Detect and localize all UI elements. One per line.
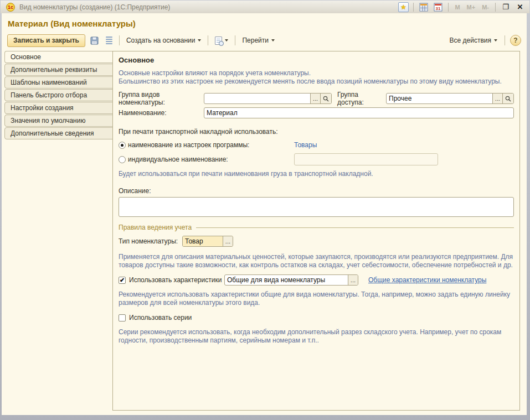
svg-text:31: 31 xyxy=(436,6,441,11)
radio-individual-name-label: индивидуальное наименование: xyxy=(128,155,294,163)
go-to-label: Перейти xyxy=(242,37,269,44)
group-input[interactable] xyxy=(204,94,310,103)
divider xyxy=(448,3,449,12)
sidebar-tabs: Основное Дополнительные реквизиты Шаблон… xyxy=(4,51,113,140)
characteristics-input-group: ... xyxy=(224,274,358,286)
list-button[interactable] xyxy=(104,35,115,46)
common-characteristics-link[interactable]: Общие характеристики номенклатуры xyxy=(368,276,486,284)
save-and-close-button[interactable]: Записать и закрыть xyxy=(7,34,85,47)
access-group-label: Группа доступа: xyxy=(337,91,386,106)
tab-additional-info[interactable]: Дополнительные сведения xyxy=(4,127,113,139)
description-label: Описание: xyxy=(119,187,514,195)
access-search-button[interactable] xyxy=(502,94,513,103)
name-row: Наименование: xyxy=(119,107,514,119)
group-search-button[interactable] xyxy=(320,94,331,103)
create-based-on-menu[interactable]: Создать на основании xyxy=(124,35,204,46)
radio-program-name[interactable] xyxy=(119,142,126,149)
use-characteristics-checkbox[interactable]: ✔ xyxy=(119,277,126,284)
series-note: Серии рекомендуется использовать, когда … xyxy=(119,328,514,345)
app-logo-icon: 1с xyxy=(6,3,15,12)
characteristics-ellipsis-button[interactable]: ... xyxy=(348,275,358,285)
divider xyxy=(413,3,414,12)
tab-main[interactable]: Основное xyxy=(4,51,113,63)
title-bar: 1с Вид номенклатуры (создание) (1С:Предп… xyxy=(1,1,529,13)
document-clock-icon xyxy=(215,37,222,45)
memory-button[interactable]: М xyxy=(452,4,462,11)
tab-name-templates[interactable]: Шаблоны наименований xyxy=(4,76,113,89)
type-row: Тип номенклатуры: ... xyxy=(119,235,514,247)
accounting-section: Правила ведения учета xyxy=(119,223,514,232)
divider xyxy=(495,3,496,12)
document-history-menu[interactable] xyxy=(213,35,230,46)
radio-individual-name[interactable] xyxy=(119,156,126,163)
use-characteristics-label: Использовать характеристики xyxy=(129,276,224,284)
save-button[interactable] xyxy=(88,35,101,46)
all-actions-label: Все действия xyxy=(450,37,491,44)
page-title: Материал (Вид номенклатуры) xyxy=(8,19,136,28)
memory-minus-button[interactable]: М- xyxy=(480,4,491,11)
floppy-icon xyxy=(90,37,99,45)
chevron-down-icon xyxy=(494,39,497,42)
go-to-menu[interactable]: Перейти xyxy=(240,35,277,46)
group-ellipsis-button[interactable]: ... xyxy=(310,94,320,103)
type-input[interactable] xyxy=(183,236,223,246)
calculator-icon xyxy=(419,3,428,12)
favorites-button[interactable]: ★ xyxy=(397,2,409,12)
name-input-group xyxy=(204,107,514,118)
intro-text: Основные настройки влияют на порядок уче… xyxy=(119,69,514,86)
individual-name-input[interactable] xyxy=(294,153,438,165)
transport-caption: При печати транспортной накладной исполь… xyxy=(119,128,514,136)
transport-note: Будет использоваться при печати наименов… xyxy=(119,170,514,178)
description-wrap xyxy=(119,197,514,219)
calculator-button[interactable] xyxy=(418,2,430,12)
group-label: Группа видов номенклатуры: xyxy=(119,91,204,106)
toolbar-right: Все действия ? xyxy=(447,35,521,46)
tab-creation-settings[interactable]: Настройки создания xyxy=(4,102,113,114)
tab-quick-filter-panel[interactable]: Панель быстрого отбора xyxy=(4,89,113,101)
main-panel: Основное Основные настройки влияют на по… xyxy=(112,51,520,411)
goods-link[interactable]: Товары xyxy=(294,141,317,149)
tab-additional-attributes[interactable]: Дополнительные реквизиты xyxy=(4,64,113,76)
chevron-down-icon xyxy=(271,39,275,42)
type-ellipsis-button[interactable]: ... xyxy=(223,236,233,246)
close-button[interactable]: ✕ xyxy=(514,2,526,12)
toolbar: Записать и закрыть Создать на основани xyxy=(7,33,521,48)
accounting-section-title: Правила ведения учета xyxy=(119,224,192,231)
section-header-main: Основное xyxy=(119,56,514,64)
magnifier-icon xyxy=(323,96,329,102)
radio-row-program-name: наименование из настроек программы: Това… xyxy=(119,140,514,150)
section-rule xyxy=(196,227,514,228)
memory-plus-button[interactable]: М+ xyxy=(465,4,478,11)
toolbar-left: Записать и закрыть Создать на основани xyxy=(7,34,277,47)
group-row: Группа видов номенклатуры: ... Группа до… xyxy=(119,92,514,105)
maximize-button[interactable]: ❐ xyxy=(500,2,512,12)
name-input[interactable] xyxy=(204,108,513,118)
calendar-button[interactable]: 31 xyxy=(432,2,444,12)
star-icon: ★ xyxy=(398,2,409,12)
use-series-checkbox[interactable] xyxy=(119,314,126,322)
help-button[interactable]: ? xyxy=(510,35,521,46)
characteristics-note: Рекомендуется использовать характеристик… xyxy=(119,291,514,307)
create-based-on-label: Создать на основании xyxy=(126,37,195,44)
type-input-group: ... xyxy=(182,236,233,247)
chevron-down-icon xyxy=(225,39,228,42)
list-icon xyxy=(106,37,112,45)
access-ellipsis-button[interactable]: ... xyxy=(492,94,502,103)
magnifier-icon xyxy=(505,96,511,102)
divider xyxy=(208,35,208,45)
characteristics-input[interactable] xyxy=(225,275,348,285)
radio-program-name-label: наименование из настроек программы: xyxy=(128,141,294,149)
app-window: 1с Вид номенклатуры (создание) (1С:Предп… xyxy=(0,0,530,420)
intro-line-1: Основные настройки влияют на порядок уче… xyxy=(119,69,514,77)
access-group-input-group: ... xyxy=(386,93,514,104)
description-textarea[interactable] xyxy=(119,197,514,217)
access-group-input[interactable] xyxy=(387,94,492,103)
group-input-group: ... xyxy=(204,93,332,104)
titlebar-controls: ★ 31 М xyxy=(397,2,526,12)
use-series-label: Использовать серии xyxy=(129,314,192,322)
window-title: Вид номенклатуры (создание) (1С:Предприя… xyxy=(19,3,170,11)
divider xyxy=(505,35,505,45)
type-label: Тип номенклатуры: xyxy=(119,237,182,245)
tab-default-values[interactable]: Значения по умолчанию xyxy=(4,115,113,127)
all-actions-menu[interactable]: Все действия xyxy=(447,35,500,46)
